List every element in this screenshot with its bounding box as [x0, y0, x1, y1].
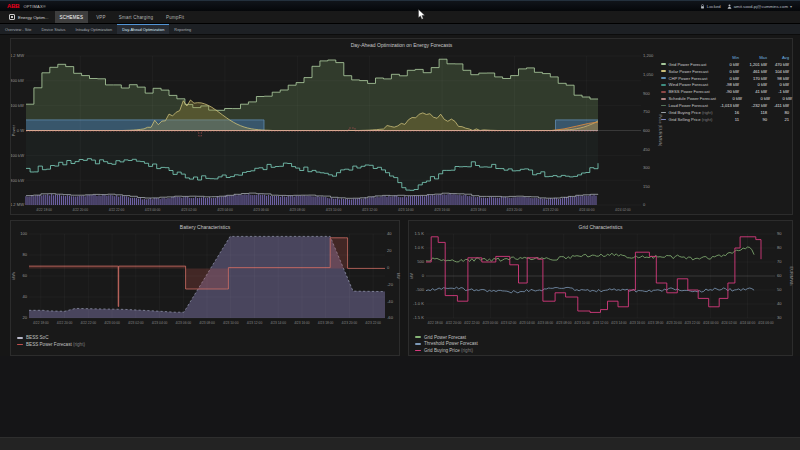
bar-grid-selling-price	[432, 195, 433, 205]
x-axis-tick-label: 4/23 06:00	[175, 321, 191, 325]
x-axis-tick-label: 4/23 02:00	[181, 208, 197, 212]
bar-grid-selling-price	[63, 196, 64, 205]
subnav-day-ahead-optimization[interactable]: Day-Ahead Optimization	[117, 24, 169, 34]
bar-grid-selling-price	[61, 196, 62, 205]
y-axis-title: Power	[11, 124, 16, 136]
app-switcher[interactable]: Energy Optim...	[0, 11, 55, 23]
bar-grid-selling-price	[438, 195, 439, 205]
bar-grid-selling-price	[467, 196, 468, 205]
legend-item[interactable]: Grid Power Forecast	[415, 335, 478, 340]
x-axis-tick-label: 4/23 10:00	[326, 208, 342, 212]
bar-grid-selling-price	[465, 195, 466, 205]
legend-row[interactable]: Load Power Forecast-1,013 kW-232 kW-411 …	[661, 103, 789, 108]
legend-label: Solar Power Forecast	[669, 69, 714, 74]
x-axis-tick-label: 4/23 12:00	[593, 321, 609, 325]
bar-grid-selling-price	[406, 197, 407, 205]
bar-grid-selling-price	[341, 198, 342, 205]
chevron-down-icon: ▾	[790, 4, 792, 9]
menu-tab-pumpfit[interactable]: PumpFit	[161, 11, 189, 23]
bar-grid-selling-price	[414, 196, 415, 205]
y-axis-tick-label: 100	[20, 231, 28, 236]
bar-grid-selling-price	[91, 195, 92, 205]
bar-grid-selling-price	[122, 196, 123, 205]
bar-grid-selling-price	[461, 195, 462, 205]
bar-grid-selling-price	[584, 196, 585, 205]
legend-row[interactable]: Solar Power Forecast0 kW461 kW104 kW	[661, 68, 789, 73]
bar-grid-selling-price	[388, 196, 389, 205]
y-axis-right-tick-label: -60	[387, 315, 394, 320]
legend-swatch	[661, 77, 666, 79]
bar-grid-selling-price	[339, 199, 340, 205]
bar-grid-selling-price	[203, 197, 204, 205]
bar-grid-selling-price	[434, 195, 435, 205]
bar-grid-selling-price	[392, 196, 393, 205]
bar-grid-selling-price	[165, 199, 166, 205]
bar-grid-selling-price	[175, 197, 176, 205]
bar-grid-selling-price	[221, 197, 222, 205]
bar-grid-selling-price	[179, 197, 180, 205]
subnav-intraday-optimization[interactable]: Intraday Optimization	[70, 24, 117, 34]
subnav-device-status[interactable]: Device Status	[36, 24, 70, 34]
bar-grid-selling-price	[102, 195, 103, 205]
menu-tab-schemes[interactable]: SCHEMES	[55, 11, 89, 23]
bar-grid-selling-price	[89, 195, 90, 205]
x-axis-tick-label: 4/23 14:00	[611, 321, 627, 325]
bar-grid-selling-price	[446, 195, 447, 205]
bar-grid-selling-price	[100, 196, 101, 205]
legend-row[interactable]: CHP Power Forecast0 kW170 kW98 kW	[661, 75, 789, 80]
legend-max-value: 41 kW	[739, 89, 767, 94]
bar-grid-selling-price	[242, 195, 243, 205]
bar-grid-selling-price	[126, 196, 127, 205]
x-axis-tick-label: 4/22 18:00	[36, 208, 52, 212]
subnav-overview-site[interactable]: Overview - Site	[0, 24, 36, 34]
bar-grid-selling-price	[33, 196, 34, 205]
legend-row[interactable]: BESS Power Forecast-90 kW41 kW-1 kW	[661, 89, 789, 94]
bar-grid-selling-price	[520, 197, 521, 205]
legend-item[interactable]: BESS SoC	[17, 335, 85, 340]
legend-item[interactable]: Grid Buying Price (right)	[415, 348, 478, 353]
bar-grid-selling-price	[215, 198, 216, 205]
legend-row[interactable]: Grid Power Forecast0 kW1,201 kW470 kW	[661, 62, 789, 67]
footer-strip	[0, 437, 800, 450]
bar-grid-selling-price	[233, 196, 234, 205]
legend-max-value: 0 kW	[739, 82, 767, 87]
legend-max-value: 118	[739, 110, 767, 115]
bar-grid-selling-price	[67, 195, 68, 205]
bar-grid-selling-price	[244, 194, 245, 205]
bar-grid-selling-price	[578, 195, 579, 205]
x-axis-tick-label: 4/23 20:00	[507, 208, 523, 212]
legend-max-value: 90	[739, 117, 767, 122]
legend-row[interactable]: Wind Power Forecast-98 kW0 kW0 kW	[661, 82, 789, 87]
bar-grid-selling-price	[195, 197, 196, 205]
y-axis-right-tick-label: 80	[777, 245, 782, 250]
menu-tab-smart-charging[interactable]: Smart Charging	[114, 11, 158, 23]
menu-tab-vpp[interactable]: VPP	[91, 11, 111, 23]
subnav-reporting[interactable]: Reporting	[169, 24, 196, 34]
bar-grid-selling-price	[526, 197, 527, 205]
app-grid-icon	[9, 14, 15, 20]
bar-grid-selling-price	[497, 198, 498, 205]
x-axis-tick-label: 4/23 16:00	[434, 208, 450, 212]
bar-grid-selling-price	[209, 197, 210, 205]
bar-grid-selling-price	[229, 196, 230, 205]
lock-status[interactable]: Locked	[700, 4, 721, 9]
legend-row[interactable]: Grid Selling Price (right)119021	[661, 117, 789, 122]
bar-grid-selling-price	[487, 198, 488, 205]
legend-item[interactable]: BESS Power Forecast (right)	[17, 342, 85, 347]
legend-row[interactable]: Grid Buying Price (right)1611880	[661, 110, 789, 115]
legend-row[interactable]: Schedule Power Forecast0 kW0 kW0 kW	[661, 96, 789, 101]
bar-grid-selling-price	[564, 197, 565, 205]
bar-grid-selling-price	[319, 197, 320, 205]
bar-grid-selling-price	[528, 197, 529, 205]
bar-grid-selling-price	[390, 197, 391, 205]
battery-legend: BESS SoCBESS Power Forecast (right)	[17, 334, 85, 347]
user-menu[interactable]: amit.sood-pj@cummins.com ▾	[727, 4, 792, 9]
legend-label: BESS SoC	[26, 335, 48, 340]
bar-grid-selling-price	[371, 197, 372, 205]
x-axis-tick-label: 4/23 14:00	[270, 321, 286, 325]
bar-grid-selling-price	[357, 199, 358, 205]
legend-item[interactable]: Threshold Power Forecast	[415, 341, 478, 346]
y-axis-tick-label: 60	[22, 273, 27, 278]
bar-grid-selling-price	[515, 197, 516, 205]
bar-grid-selling-price	[238, 194, 239, 205]
